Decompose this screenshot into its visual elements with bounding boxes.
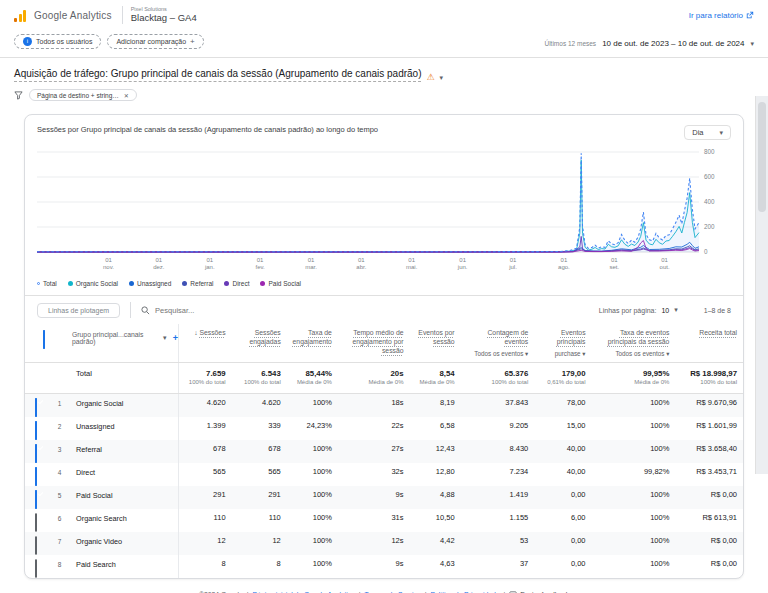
add-comparison-label: Adicionar comparação [116, 38, 186, 45]
column-header-sess-es-engajadas[interactable]: Sessões engajadas [232, 324, 287, 362]
chart-header: Sessões por Grupo principal de canais da… [25, 115, 743, 142]
chevron-down-icon [719, 128, 723, 137]
metric-cell: 100% [592, 393, 676, 417]
legend-label: Organic Social [76, 280, 118, 287]
property-selector[interactable]: Pixel Solutions Blacktag – GA4 [122, 6, 197, 23]
metric-cell: 32s [338, 463, 410, 486]
search-icon [141, 306, 150, 315]
scrollbar-thumb[interactable] [758, 102, 766, 212]
svg-text:200: 200 [704, 223, 715, 230]
table-controls: Linhas de plotagem Linhas por página: 10… [25, 295, 743, 324]
legend-dot-icon [224, 281, 229, 286]
plus-icon [190, 37, 195, 46]
report-header: Aquisição de tráfego: Grupo principal de… [0, 58, 768, 86]
metric-cell: 100% [592, 440, 676, 463]
dimension-header[interactable]: Grupo principal...canais padrão) + [72, 324, 178, 350]
metric-cell: 65.376100% do total [461, 362, 535, 393]
column-event-filter-eventos-principais[interactable]: purchase ▾ [536, 350, 585, 357]
metric-cell: R$ 3.453,71 [675, 463, 743, 486]
table-row: 1Organic Social4.6204.620100%18s8,1937.8… [25, 393, 743, 417]
chevron-down-icon [674, 306, 678, 314]
legend-dot-icon [260, 281, 265, 286]
user-icon: i [23, 37, 32, 46]
metric-cell: 8,54Média de 0% [410, 362, 461, 393]
svg-text:set.: set. [609, 264, 619, 270]
legend-label: Paid Social [268, 280, 301, 287]
row-checkbox[interactable] [35, 513, 37, 532]
column-header-contagem-de-eventos[interactable]: Contagem de eventosTodos os eventos ▾ [461, 324, 535, 362]
metric-cell: 1.155 [461, 509, 535, 532]
column-header-eventos-por-sess-o[interactable]: Eventos por sessão [410, 324, 461, 362]
metric-cell: 4,42 [410, 532, 461, 555]
metric-cell: 179,000,61% do total [534, 362, 591, 393]
row-checkbox[interactable] [35, 490, 37, 509]
column-event-filter-taxa-de-eventos-principais-da-sess-o[interactable]: Todos os eventos ▾ [594, 350, 670, 357]
all-users-chip[interactable]: i Todos os usuários [14, 34, 101, 49]
metric-cell: 100% [287, 440, 338, 463]
column-header-eventos-principais[interactable]: Eventos principaispurchase ▾ [534, 324, 591, 362]
table-search[interactable] [141, 306, 589, 315]
legend-item-direct: Direct [224, 280, 249, 287]
granularity-select[interactable]: Dia [684, 125, 731, 140]
metric-cell: 40,00 [534, 440, 591, 463]
row-checkbox[interactable] [35, 467, 37, 486]
svg-text:jan.: jan. [204, 264, 215, 270]
column-header-tempo-m-dio-de-engajamento-por-sess-o[interactable]: Tempo médio de engajamento por sessão [338, 324, 410, 362]
chevron-down-icon [750, 32, 754, 50]
metric-cell: 100% [592, 555, 676, 578]
svg-text:out.: out. [660, 264, 670, 270]
table-row: 3Referral678678100%27s12,438.43040,00100… [25, 440, 743, 463]
row-rank: 7 [54, 532, 72, 555]
row-checkbox[interactable] [35, 444, 37, 463]
channel-name: Paid Social [72, 486, 178, 509]
row-rank: 3 [54, 440, 72, 463]
warning-icon[interactable] [426, 66, 434, 84]
row-checkbox[interactable] [35, 398, 37, 417]
row-checkbox[interactable] [35, 536, 37, 555]
svg-text:ago.: ago. [558, 264, 570, 270]
plot-rows-button[interactable]: Linhas de plotagem [37, 303, 120, 318]
legend-dot-icon [129, 281, 134, 286]
active-filter-chip[interactable]: Página de destino + string… [29, 89, 137, 101]
metric-cell: 565 [232, 463, 287, 486]
metric-cell: R$ 18.998,97100% do total [675, 362, 743, 393]
column-event-filter-contagem-de-eventos[interactable]: Todos os eventos ▾ [463, 350, 529, 357]
metric-cell: 18s [338, 393, 410, 417]
row-rank: 2 [54, 417, 72, 440]
metric-cell: 678 [232, 440, 287, 463]
channel-name: Organic Search [72, 509, 178, 532]
row-checkbox[interactable] [35, 559, 37, 578]
row-checkbox[interactable] [35, 421, 37, 440]
row-rank: 4 [54, 463, 72, 486]
svg-text:01: 01 [257, 257, 264, 263]
column-header-taxa-de-engajamento[interactable]: Taxa de engajamento [287, 324, 338, 362]
column-header-sess-es[interactable]: ↓ Sessões [178, 324, 231, 362]
metric-cell: R$ 9.670,96 [675, 393, 743, 417]
scrollbar-track[interactable] [755, 96, 768, 474]
metric-cell: 12 [232, 532, 287, 555]
column-header-receita-total[interactable]: Receita total [675, 324, 743, 362]
report-card: Sessões por Grupo principal de canais da… [24, 114, 744, 579]
date-range-selector[interactable]: Últimos 12 meses 10 de out. de 2023 – 10… [544, 32, 754, 50]
legend-dot-icon [37, 282, 40, 285]
go-to-report-link[interactable]: Ir para relatório [689, 11, 754, 20]
row-rank: 8 [54, 555, 72, 578]
chevron-down-icon[interactable] [440, 66, 444, 84]
metric-cell: 37.843 [461, 393, 535, 417]
search-input[interactable] [155, 306, 285, 315]
svg-text:01: 01 [611, 257, 618, 263]
close-icon[interactable] [124, 92, 129, 99]
add-comparison-chip[interactable]: Adicionar comparação [107, 34, 203, 49]
select-all-checkbox[interactable] [43, 330, 45, 349]
column-header-taxa-de-eventos-principais-da-sess-o[interactable]: Taxa de eventos principais da sessãoTodo… [592, 324, 676, 362]
channel-name: Unassigned [72, 417, 178, 440]
rows-per-page[interactable]: Linhas por página: 10 [599, 306, 678, 314]
svg-text:01: 01 [510, 257, 517, 263]
comparison-toolbar: i Todos os usuários Adicionar comparação… [0, 30, 768, 58]
add-dimension-icon[interactable]: + [173, 333, 178, 343]
metric-cell: 27s [338, 440, 410, 463]
svg-text:01: 01 [105, 257, 112, 263]
app-bar: Google Analytics Pixel Solutions Blackta… [0, 0, 768, 30]
metric-cell: 0,00 [534, 532, 591, 555]
chart-legend: TotalOrganic SocialUnassignedReferralDir… [25, 278, 743, 295]
